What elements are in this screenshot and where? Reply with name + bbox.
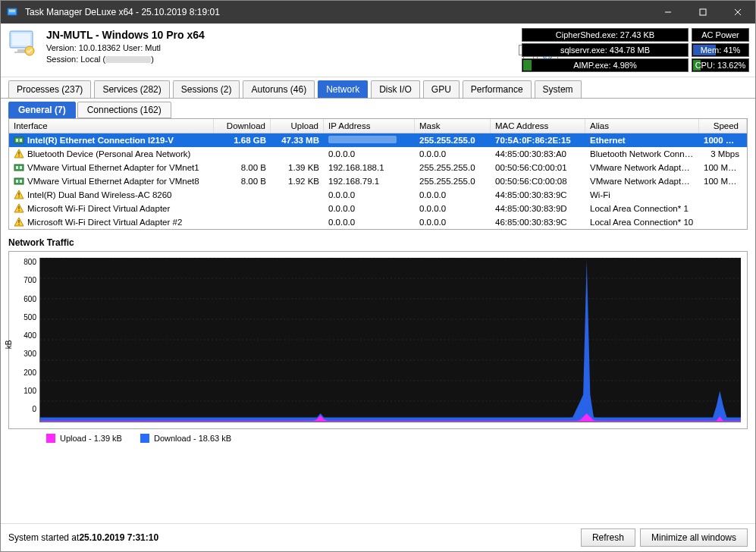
- hostname: JN-MUTL - Windows 10 Pro x64: [46, 28, 205, 42]
- svg-rect-9: [17, 49, 25, 52]
- svg-rect-18: [18, 152, 19, 155]
- col-upload[interactable]: Upload: [271, 119, 324, 133]
- minimize-all-button[interactable]: Minimize all windows: [640, 528, 748, 547]
- session-line: Session: Local (): [46, 54, 205, 65]
- subtab-general[interactable]: General (7): [8, 102, 76, 118]
- tab-diskio[interactable]: Disk I/O: [371, 80, 420, 98]
- legend: Upload - 1.39 kB Download - 18.63 kB: [8, 429, 748, 443]
- top-io-process: CipherShed.exe: 27.43 KB: [522, 28, 689, 42]
- footer: System started at 25.10.2019 7:31:10 Ref…: [1, 523, 755, 551]
- tab-performance[interactable]: Performance: [463, 80, 532, 98]
- svg-rect-2: [9, 11, 15, 12]
- traffic-section: Network Traffic kB 800700600500400300200…: [8, 237, 748, 443]
- tab-network[interactable]: Network: [318, 80, 368, 98]
- titlebar: Task Manager DeLuxe x64 - 25.10.2019 8:1…: [1, 1, 755, 24]
- table-row[interactable]: Intel(R) Dual Band Wireless-AC 82600.0.0…: [9, 188, 747, 202]
- traffic-title: Network Traffic: [8, 237, 748, 248]
- main-tabs: Processes (237) Services (282) Sessions …: [1, 77, 755, 99]
- started-time: 25.10.2019 7:31:10: [79, 532, 158, 543]
- col-mac[interactable]: MAC Address: [491, 119, 585, 133]
- top-cpu-process: AIMP.exe: 4.98%: [522, 58, 689, 72]
- svg-rect-16: [16, 139, 18, 142]
- tab-processes[interactable]: Processes (237): [8, 80, 91, 98]
- y-axis-label: kB: [5, 340, 13, 349]
- upload-swatch: [46, 434, 55, 443]
- col-mask[interactable]: Mask: [415, 119, 491, 133]
- started-label: System started at: [8, 532, 79, 543]
- svg-rect-19: [18, 155, 19, 156]
- col-alias[interactable]: Alias: [585, 119, 699, 133]
- sub-tabs: General (7) Connections (162): [1, 99, 755, 118]
- col-speed[interactable]: Speed: [699, 119, 747, 133]
- grid-header: Interface Download Upload IP Address Mas…: [9, 119, 747, 133]
- svg-rect-1: [9, 10, 15, 11]
- grid-body: Intel(R) Ethernet Connection I219-V1.68 …: [9, 133, 747, 229]
- chart-canvas: [39, 258, 741, 422]
- y-axis: kB 8007006005004003002001000: [9, 252, 39, 428]
- svg-rect-4: [700, 9, 706, 15]
- table-row[interactable]: Microsoft Wi-Fi Direct Virtual Adapter0.…: [9, 202, 747, 215]
- mem-box: Mem: 41%: [692, 43, 749, 57]
- close-window-button[interactable]: [720, 1, 755, 24]
- table-row[interactable]: VMware Virtual Ethernet Adapter for VMne…: [9, 174, 747, 188]
- legend-download: Download - 18.63 kB: [140, 434, 231, 443]
- nic-icon: [14, 162, 24, 173]
- svg-rect-29: [18, 210, 19, 211]
- minimize-window-button[interactable]: [651, 1, 685, 24]
- app-icon: [7, 6, 19, 18]
- tab-system[interactable]: System: [535, 80, 582, 98]
- table-row[interactable]: Bluetooth Device (Personal Area Network)…: [9, 147, 747, 161]
- warning-icon: [14, 203, 24, 214]
- svg-rect-27: [18, 196, 19, 197]
- window-title: Task Manager DeLuxe x64 - 25.10.2019 8:1…: [25, 7, 651, 17]
- table-row[interactable]: Microsoft Wi-Fi Direct Virtual Adapter #…: [9, 215, 747, 229]
- svg-rect-25: [20, 180, 22, 183]
- svg-rect-15: [14, 137, 24, 143]
- warning-icon: [14, 190, 24, 200]
- legend-upload: Upload - 1.39 kB: [46, 434, 122, 443]
- warning-icon: [14, 217, 24, 227]
- nic-icon: [14, 176, 24, 187]
- cpu-box: CPU: 13.62%: [692, 58, 749, 72]
- ac-power-box: AC Power: [692, 28, 749, 42]
- svg-rect-17: [20, 139, 22, 142]
- warning-icon: [14, 149, 24, 159]
- nic-icon: [14, 135, 24, 146]
- version-line: Version: 10.0.18362 User: Mutl: [46, 42, 205, 54]
- tab-sessions[interactable]: Sessions (2): [173, 80, 240, 98]
- svg-rect-24: [16, 180, 18, 183]
- computer-icon: [7, 28, 40, 58]
- svg-rect-28: [18, 206, 19, 209]
- top-mem-process: sqlservr.exe: 434.78 MB: [522, 43, 689, 57]
- svg-rect-22: [20, 166, 22, 169]
- col-download[interactable]: Download: [214, 119, 271, 133]
- tab-gpu[interactable]: GPU: [423, 80, 460, 98]
- subtab-connections[interactable]: Connections (162): [77, 102, 171, 118]
- svg-rect-20: [14, 165, 24, 171]
- col-ip[interactable]: IP Address: [324, 119, 415, 133]
- refresh-button[interactable]: Refresh: [581, 528, 635, 547]
- col-interface[interactable]: Interface: [9, 119, 214, 133]
- interface-grid: Interface Download Upload IP Address Mas…: [8, 118, 748, 230]
- tab-services[interactable]: Services (282): [94, 80, 169, 98]
- table-row[interactable]: VMware Virtual Ethernet Adapter for VMne…: [9, 161, 747, 174]
- svg-rect-8: [12, 33, 30, 45]
- table-row[interactable]: Intel(R) Ethernet Connection I219-V1.68 …: [9, 133, 747, 147]
- svg-rect-26: [18, 193, 19, 196]
- tab-autoruns[interactable]: Autoruns (46): [243, 80, 315, 98]
- svg-rect-31: [18, 224, 19, 224]
- svg-rect-23: [14, 178, 24, 184]
- header: JN-MUTL - Windows 10 Pro x64 Version: 10…: [1, 24, 755, 77]
- traffic-chart: kB 8007006005004003002001000: [8, 251, 748, 429]
- system-info: JN-MUTL - Windows 10 Pro x64 Version: 10…: [46, 28, 205, 65]
- svg-rect-30: [18, 220, 19, 223]
- download-swatch: [140, 434, 149, 443]
- svg-rect-21: [16, 166, 18, 169]
- maximize-window-button[interactable]: [685, 1, 720, 24]
